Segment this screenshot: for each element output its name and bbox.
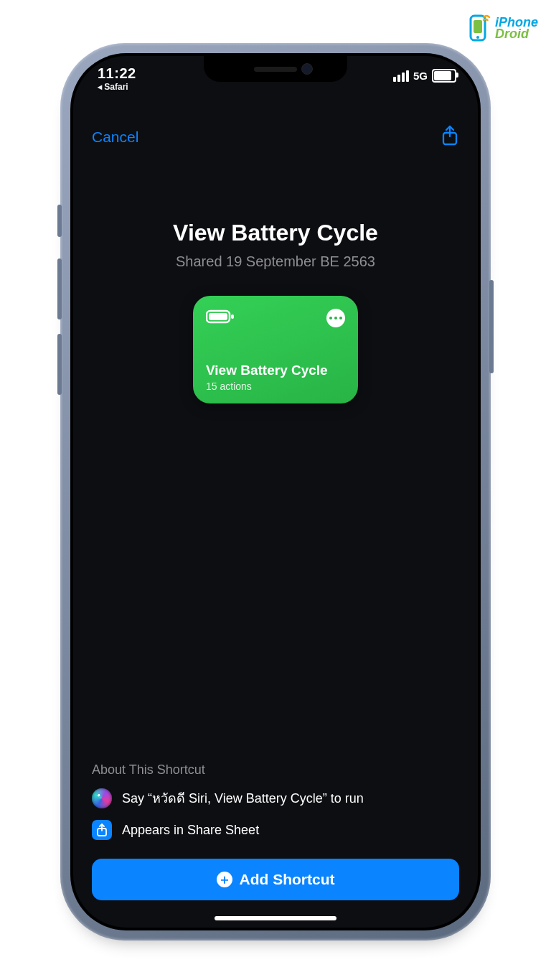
speaker-grille — [254, 67, 297, 72]
cellular-signal-icon — [393, 70, 409, 82]
share-sheet-icon — [92, 820, 112, 840]
front-camera — [301, 63, 313, 75]
shortcut-card-title: View Battery Cycle — [206, 363, 345, 379]
notch — [204, 56, 347, 82]
battery-glyph-icon — [206, 309, 235, 327]
screen: 11:22 ◂ Safari 5G Cancel — [73, 56, 478, 928]
plus-circle-icon: ＋ — [217, 872, 232, 887]
home-indicator[interactable] — [215, 916, 336, 920]
logo-text-2: Droid — [495, 27, 529, 41]
network-type: 5G — [413, 70, 428, 82]
add-shortcut-button[interactable]: ＋ Add Shortcut — [92, 859, 459, 900]
more-options-button[interactable] — [326, 309, 345, 327]
about-section: About This Shortcut Say “หวัดดี Siri, Vi… — [92, 762, 459, 851]
cancel-button[interactable]: Cancel — [92, 129, 138, 146]
siri-icon — [92, 788, 112, 808]
add-shortcut-label: Add Shortcut — [240, 871, 335, 888]
share-icon — [441, 125, 459, 146]
svg-rect-1 — [474, 20, 482, 33]
share-sheet-text: Appears in Share Sheet — [122, 823, 259, 838]
about-heading: About This Shortcut — [92, 762, 459, 778]
source-watermark: iPhone Droid — [466, 13, 538, 43]
shortcut-card[interactable]: View Battery Cycle 15 actions — [193, 296, 358, 403]
mute-switch — [57, 205, 62, 237]
volume-down-button — [57, 334, 62, 395]
svg-rect-6 — [231, 314, 234, 319]
back-to-app[interactable]: ◂ Safari — [98, 83, 136, 91]
siri-hint-row: Say “หวัดดี Siri, View Battery Cycle” to… — [92, 788, 459, 808]
power-button — [489, 280, 494, 373]
shortcut-card-actions: 15 actions — [206, 381, 345, 392]
svg-rect-5 — [209, 313, 227, 320]
phone-mockup: 11:22 ◂ Safari 5G Cancel — [60, 43, 491, 941]
share-sheet-row: Appears in Share Sheet — [92, 820, 459, 840]
status-time: 11:22 — [98, 66, 136, 80]
volume-up-button — [57, 258, 62, 319]
page-title: View Battery Cycle — [92, 220, 459, 246]
share-button[interactable] — [441, 125, 459, 149]
phone-logo-icon — [466, 13, 491, 43]
siri-hint-text: Say “หวัดดี Siri, View Battery Cycle” to… — [122, 788, 364, 808]
svg-point-2 — [476, 36, 479, 39]
navigation-bar: Cancel — [73, 125, 478, 149]
battery-icon — [432, 69, 456, 83]
page-subtitle: Shared 19 September BE 2563 — [92, 253, 459, 270]
